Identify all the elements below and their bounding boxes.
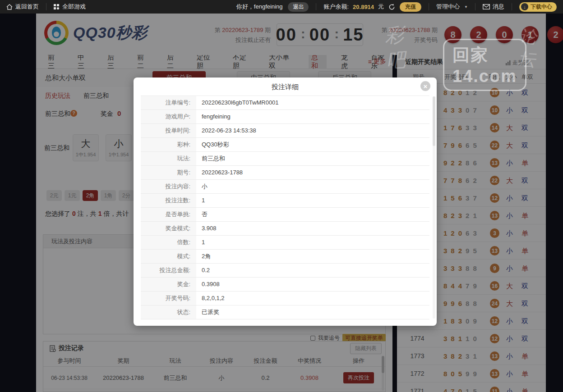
detail-value: fengfeining — [196, 110, 429, 123]
detail-label: 投单时间: — [141, 124, 196, 137]
detail-row: 奖金:0.3908 — [141, 278, 429, 292]
all-games-label: 全部游戏 — [62, 3, 86, 11]
detail-row: 状态:已派奖 — [141, 305, 429, 319]
detail-value: 小 — [196, 180, 429, 193]
detail-row: 奖金模式:3.908 — [141, 222, 429, 236]
greeting: 你好，fengfeining — [236, 3, 283, 11]
app-root: 返回首页 全部游戏 你好，fengfeining 退出 账户余额: 20.891… — [0, 0, 563, 392]
detail-value: 0.3908 — [196, 278, 429, 291]
detail-value: QQ30秒彩 — [196, 138, 429, 151]
detail-row: 期号:20220623-1788 — [141, 166, 429, 180]
chevron-down-icon: ▼ — [464, 5, 468, 9]
detail-label: 是否单挑: — [141, 208, 196, 221]
balance-value: 20.8914 — [353, 4, 374, 10]
detail-row: 投注内容:小 — [141, 180, 429, 194]
detail-value: 2022-06-23 14:53:38 — [196, 124, 429, 137]
detail-label: 期号: — [141, 166, 196, 179]
detail-label: 投注内容: — [141, 180, 196, 193]
detail-row: 玩法:前三总和 — [141, 152, 429, 166]
detail-row: 投单时间:2022-06-23 14:53:38 — [141, 124, 429, 138]
balance-unit: 元 — [378, 3, 384, 11]
detail-row: 投注总金额:0.2 — [141, 264, 429, 278]
recharge-button[interactable]: 充值 — [400, 2, 421, 12]
modal-title: 投注详细 — [134, 83, 437, 91]
detail-value: 8,2,0,1,2 — [196, 292, 429, 305]
detail-label: 注单编号: — [141, 96, 196, 109]
detail-row: 注单编号:202206230l6gbT0TwMR0001 — [141, 96, 429, 110]
download-center-label: 下载中心 — [531, 3, 552, 11]
admin-center-menu[interactable]: 管理中心 ▼ — [436, 3, 468, 11]
refresh-icon[interactable] — [388, 4, 395, 10]
detail-row: 彩种:QQ30秒彩 — [141, 138, 429, 152]
balance: 账户余额: 20.8914 元 — [323, 3, 384, 11]
divider — [512, 3, 512, 10]
detail-value: 0.2 — [196, 264, 429, 277]
admin-center-label: 管理中心 — [436, 3, 460, 11]
divider — [46, 3, 46, 10]
detail-row: 投注注数:1 — [141, 194, 429, 208]
messages-label: 消息 — [493, 3, 504, 11]
detail-value: 20220623-1788 — [196, 166, 429, 179]
topbar: 返回首页 全部游戏 你好，fengfeining 退出 账户余额: 20.891… — [0, 0, 563, 14]
detail-row: 开奖号码:8,2,0,1,2 — [141, 292, 429, 305]
home-link[interactable]: 返回首页 — [6, 3, 39, 11]
detail-label: 奖金: — [141, 278, 196, 291]
detail-value: 2角 — [196, 250, 429, 263]
bet-detail-modal: 投注详细 × 注单编号:202206230l6gbT0TwMR0001游戏用户:… — [134, 77, 437, 326]
detail-label: 倍数: — [141, 236, 196, 249]
detail-label: 游戏用户: — [141, 110, 196, 123]
detail-row: 倍数:1 — [141, 236, 429, 250]
download-icon: ↓ — [521, 3, 528, 10]
detail-value: 1 — [196, 236, 429, 249]
messages-link[interactable]: 消息 — [483, 3, 504, 11]
detail-label: 玩法: — [141, 152, 196, 165]
detail-label: 投注总金额: — [141, 264, 196, 277]
all-games-link[interactable]: 全部游戏 — [54, 3, 86, 11]
divider — [475, 3, 475, 10]
detail-row: 游戏用户:fengfeining — [141, 110, 429, 124]
detail-label: 模式: — [141, 250, 196, 263]
home-icon — [6, 4, 13, 10]
detail-value: 已派奖 — [196, 305, 429, 319]
detail-label: 彩种: — [141, 138, 196, 151]
envelope-icon — [483, 4, 490, 9]
divider — [316, 3, 316, 10]
detail-value: 202206230l6gbT0TwMR0001 — [196, 96, 429, 109]
detail-label: 奖金模式: — [141, 222, 196, 235]
detail-value: 3.908 — [196, 222, 429, 235]
modal-scrollbar[interactable] — [433, 96, 435, 319]
download-center-button[interactable]: ↓ 下载中心 — [519, 2, 557, 12]
detail-label: 状态: — [141, 305, 196, 319]
bet-detail-table: 注单编号:202206230l6gbT0TwMR0001游戏用户:fengfei… — [141, 96, 429, 319]
detail-value: 1 — [196, 194, 429, 207]
detail-row: 模式:2角 — [141, 250, 429, 264]
logout-button[interactable]: 退出 — [288, 2, 309, 12]
divider — [429, 3, 429, 10]
detail-label: 投注注数: — [141, 194, 196, 207]
grid-icon — [54, 4, 60, 10]
detail-value: 否 — [196, 208, 429, 221]
balance-label: 账户余额: — [323, 3, 349, 11]
detail-value: 前三总和 — [196, 152, 429, 165]
close-icon[interactable]: × — [420, 81, 430, 91]
detail-label: 开奖号码: — [141, 292, 196, 305]
detail-row: 是否单挑:否 — [141, 208, 429, 222]
home-label: 返回首页 — [15, 3, 39, 11]
